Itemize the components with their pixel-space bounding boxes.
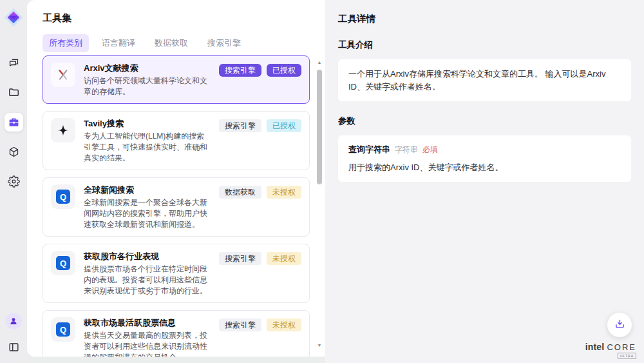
tab-2[interactable]: 数据获取 [148, 34, 194, 52]
tools-panel-header: 工具集 所有类别语言翻译数据获取搜索引擎 [27, 0, 325, 52]
list-scrollbar[interactable]: ▲ ▼ [316, 59, 323, 349]
tool-description: 提供股票市场各个行业在特定时间段内的表现。投资者可以利用这些信息来识别表现优于或… [84, 264, 211, 297]
sidebar-item-panel-toggle[interactable] [5, 338, 23, 357]
sidebar-item-chat[interactable] [5, 54, 23, 72]
tools-panel: 工具集 所有类别语言翻译数据获取搜索引擎 Arxiv文献搜索访问各个研究领域大量… [27, 0, 325, 357]
user-icon [8, 316, 19, 326]
category-badge: 搜索引擎 [219, 319, 261, 331]
sidebar-bottom [5, 313, 23, 357]
category-tabs: 所有类别语言翻译数据获取搜索引擎 [43, 34, 310, 52]
ultra-badge: ULTRA [618, 353, 636, 359]
tool-card[interactable]: Q全球新闻搜索全球新闻搜索是一个聚合全球各大新闻网站内容的搜索引擎，帮助用户快速… [43, 177, 310, 237]
sidebar [0, 0, 27, 363]
core-brand-text: CORE [607, 342, 636, 352]
cube-icon [8, 146, 20, 158]
app-logo-icon [3, 7, 24, 28]
tab-0[interactable]: 所有类别 [43, 34, 89, 52]
q-search-icon: Q [51, 251, 75, 275]
arxiv-x-icon [51, 63, 75, 87]
tool-name: 获取股市各行业表现 [84, 251, 211, 262]
status-badge: 已授权 [267, 64, 301, 77]
param-required-badge: 必填 [422, 144, 438, 155]
download-button[interactable] [607, 313, 632, 337]
tool-name: 全球新闻搜索 [84, 184, 211, 195]
param-description: 用于搜索的Arxiv ID、关键字或作者姓名。 [348, 162, 621, 173]
tool-name: Arxiv文献搜索 [84, 63, 211, 74]
tool-name: 获取市场最活跃股票信息 [84, 317, 211, 328]
status-badge: 未授权 [267, 319, 301, 331]
status-badge: 未授权 [267, 252, 301, 265]
scroll-down-arrow[interactable]: ▼ [316, 342, 323, 349]
q-search-icon: Q [51, 184, 75, 209]
category-badge: 数据获取 [219, 186, 261, 199]
intro-card: 一个用于从Arxiv存储库搜索科学论文和文章的工具。 输入可以是Arxiv ID… [338, 59, 631, 101]
param-name: 查询字符串 [348, 144, 390, 155]
page-title: 工具集 [43, 12, 310, 25]
detail-title: 工具详情 [338, 0, 631, 25]
tab-3[interactable]: 搜索引擎 [201, 34, 247, 52]
category-badge: 搜索引擎 [219, 252, 261, 265]
tab-1[interactable]: 语言翻译 [95, 34, 142, 52]
sidebar-item-account[interactable] [5, 313, 22, 329]
intro-heading: 工具介绍 [338, 39, 631, 51]
tool-card[interactable]: Q获取市场最活跃股票信息提供当天交易量最高的股票列表，投资者可以利用这些信息来识… [43, 310, 310, 357]
tool-card[interactable]: Q获取股市各行业表现提供股票市场各个行业在特定时间段内的表现。投资者可以利用这些… [43, 244, 310, 303]
status-badge: 已授权 [267, 119, 301, 132]
sidebar-item-models[interactable] [5, 142, 23, 161]
scroll-up-arrow[interactable]: ▲ [316, 59, 323, 66]
tool-card[interactable]: Tavily搜索专为人工智能代理(LLM)构建的搜索引擎工具，可快速提供实时、准… [43, 111, 310, 170]
sidebar-item-files[interactable] [5, 83, 23, 102]
sidebar-nav [5, 54, 23, 191]
tool-description: 专为人工智能代理(LLM)构建的搜索引擎工具，可快速提供实时、准确和真实的结果。 [84, 131, 211, 164]
tool-description: 全球新闻搜索是一个聚合全球各大新闻网站内容的搜索引擎，帮助用户快速获取全球最新资… [84, 197, 211, 230]
q-search-icon: Q [51, 317, 75, 342]
tool-description: 提供当天交易量最高的股票列表，投资者可以利用这些信息来识别流动性强的股票和潜在的… [84, 330, 211, 357]
tool-card[interactable]: Arxiv文献搜索访问各个研究领域大量科学论文和文章的存储库。搜索引擎已授权 [43, 55, 310, 104]
intel-core-logo: intel CORE ULTRA [585, 342, 636, 359]
tool-description: 访问各个研究领域大量科学论文和文章的存储库。 [84, 75, 211, 97]
gear-icon [8, 175, 20, 188]
params-heading: 参数 [338, 115, 631, 127]
chat-icon [8, 57, 20, 69]
sparkle-icon [51, 118, 75, 142]
download-icon [614, 318, 626, 332]
toolbox-icon [8, 116, 20, 128]
param-type: 字符串 [395, 144, 418, 155]
tool-list: Arxiv文献搜索访问各个研究领域大量科学论文和文章的存储库。搜索引擎已授权Ta… [43, 55, 310, 357]
tool-detail-panel: 工具详情 工具介绍 一个用于从Arxiv存储库搜索科学论文和文章的工具。 输入可… [325, 0, 644, 363]
param-card: 查询字符串 字符串 必填 用于搜索的Arxiv ID、关键字或作者姓名。 [338, 135, 631, 182]
sidebar-item-settings[interactable] [5, 172, 23, 191]
folder-icon [8, 86, 20, 99]
intel-brand-text: intel [585, 342, 605, 352]
sidebar-item-tools[interactable] [5, 113, 23, 132]
category-badge: 搜索引擎 [219, 64, 261, 77]
app-window: 工具集 所有类别语言翻译数据获取搜索引擎 Arxiv文献搜索访问各个研究领域大量… [0, 0, 644, 363]
param-header: 查询字符串 字符串 必填 [348, 144, 621, 155]
scroll-thumb[interactable] [317, 70, 322, 184]
category-badge: 搜索引擎 [219, 119, 261, 132]
status-badge: 未授权 [267, 186, 301, 199]
intro-text: 一个用于从Arxiv存储库搜索科学论文和文章的工具。 输入可以是Arxiv ID… [348, 68, 621, 93]
tool-name: Tavily搜索 [84, 118, 211, 129]
panel-icon [8, 341, 20, 353]
